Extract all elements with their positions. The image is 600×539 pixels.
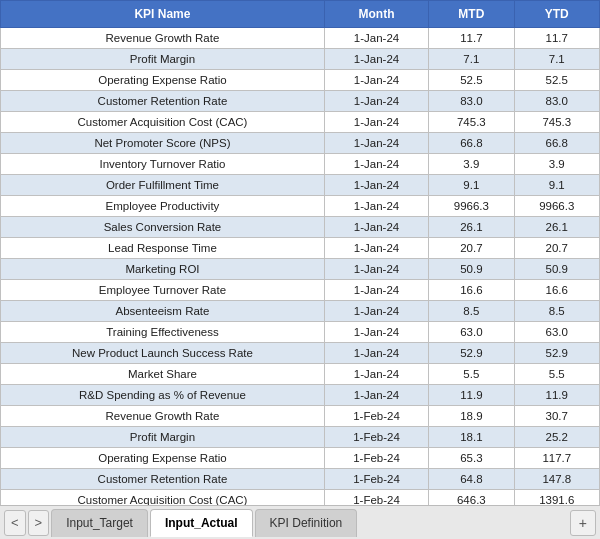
cell-ytd: 30.7	[514, 406, 599, 427]
cell-month: 1-Jan-24	[324, 49, 428, 70]
table-row: Sales Conversion Rate1-Jan-2426.126.1	[1, 217, 600, 238]
cell-name: Marketing ROI	[1, 259, 325, 280]
cell-mtd: 9.1	[429, 175, 514, 196]
table-row: Customer Acquisition Cost (CAC)1-Jan-247…	[1, 112, 600, 133]
cell-month: 1-Jan-24	[324, 133, 428, 154]
cell-name: Market Share	[1, 364, 325, 385]
cell-month: 1-Jan-24	[324, 322, 428, 343]
cell-mtd: 9966.3	[429, 196, 514, 217]
table-row: Order Fulfillment Time1-Jan-249.19.1	[1, 175, 600, 196]
cell-ytd: 16.6	[514, 280, 599, 301]
tab-kpi-definition[interactable]: KPI Definition	[255, 509, 358, 537]
cell-ytd: 83.0	[514, 91, 599, 112]
cell-name: Operating Expense Ratio	[1, 70, 325, 91]
table-row: Lead Response Time1-Jan-2420.720.7	[1, 238, 600, 259]
cell-name: Net Promoter Score (NPS)	[1, 133, 325, 154]
tab-bar: < > Input_Target Input_Actual KPI Defini…	[0, 505, 600, 539]
table-row: Employee Turnover Rate1-Jan-2416.616.6	[1, 280, 600, 301]
tab-input-actual[interactable]: Input_Actual	[150, 509, 253, 537]
table-row: Customer Retention Rate1-Feb-2464.8147.8	[1, 469, 600, 490]
cell-month: 1-Jan-24	[324, 364, 428, 385]
cell-ytd: 52.5	[514, 70, 599, 91]
cell-ytd: 8.5	[514, 301, 599, 322]
cell-month: 1-Jan-24	[324, 238, 428, 259]
col-ytd: YTD	[514, 1, 599, 28]
table-row: Profit Margin1-Jan-247.17.1	[1, 49, 600, 70]
cell-mtd: 52.5	[429, 70, 514, 91]
cell-month: 1-Jan-24	[324, 175, 428, 196]
cell-month: 1-Feb-24	[324, 448, 428, 469]
table-row: Revenue Growth Rate1-Feb-2418.930.7	[1, 406, 600, 427]
cell-month: 1-Feb-24	[324, 406, 428, 427]
cell-name: Absenteeism Rate	[1, 301, 325, 322]
table-row: Inventory Turnover Ratio1-Jan-243.93.9	[1, 154, 600, 175]
cell-name: R&D Spending as % of Revenue	[1, 385, 325, 406]
cell-mtd: 65.3	[429, 448, 514, 469]
table-row: Net Promoter Score (NPS)1-Jan-2466.866.8	[1, 133, 600, 154]
cell-ytd: 26.1	[514, 217, 599, 238]
table-container[interactable]: KPI Name Month MTD YTD Revenue Growth Ra…	[0, 0, 600, 505]
cell-mtd: 50.9	[429, 259, 514, 280]
table-row: Training Effectiveness1-Jan-2463.063.0	[1, 322, 600, 343]
cell-mtd: 64.8	[429, 469, 514, 490]
cell-name: Operating Expense Ratio	[1, 448, 325, 469]
cell-ytd: 7.1	[514, 49, 599, 70]
cell-month: 1-Jan-24	[324, 343, 428, 364]
cell-month: 1-Jan-24	[324, 112, 428, 133]
cell-ytd: 9.1	[514, 175, 599, 196]
cell-ytd: 117.7	[514, 448, 599, 469]
cell-ytd: 52.9	[514, 343, 599, 364]
cell-mtd: 8.5	[429, 301, 514, 322]
col-month: Month	[324, 1, 428, 28]
cell-name: Revenue Growth Rate	[1, 406, 325, 427]
cell-name: Customer Acquisition Cost (CAC)	[1, 112, 325, 133]
cell-name: New Product Launch Success Rate	[1, 343, 325, 364]
cell-ytd: 1391.6	[514, 490, 599, 506]
tab-next-button[interactable]: >	[28, 510, 50, 536]
cell-mtd: 11.7	[429, 28, 514, 49]
cell-month: 1-Feb-24	[324, 427, 428, 448]
cell-month: 1-Feb-24	[324, 469, 428, 490]
cell-mtd: 5.5	[429, 364, 514, 385]
cell-mtd: 7.1	[429, 49, 514, 70]
cell-mtd: 26.1	[429, 217, 514, 238]
cell-month: 1-Jan-24	[324, 385, 428, 406]
tab-add-button[interactable]: +	[570, 510, 596, 536]
cell-name: Training Effectiveness	[1, 322, 325, 343]
cell-mtd: 18.9	[429, 406, 514, 427]
tab-input-target[interactable]: Input_Target	[51, 509, 148, 537]
table-header-row: KPI Name Month MTD YTD	[1, 1, 600, 28]
cell-month: 1-Jan-24	[324, 91, 428, 112]
cell-name: Profit Margin	[1, 49, 325, 70]
col-mtd: MTD	[429, 1, 514, 28]
cell-mtd: 745.3	[429, 112, 514, 133]
cell-mtd: 3.9	[429, 154, 514, 175]
table-row: Absenteeism Rate1-Jan-248.58.5	[1, 301, 600, 322]
cell-name: Employee Productivity	[1, 196, 325, 217]
cell-month: 1-Feb-24	[324, 490, 428, 506]
cell-mtd: 646.3	[429, 490, 514, 506]
table-row: Profit Margin1-Feb-2418.125.2	[1, 427, 600, 448]
cell-ytd: 20.7	[514, 238, 599, 259]
cell-mtd: 18.1	[429, 427, 514, 448]
cell-ytd: 11.7	[514, 28, 599, 49]
cell-ytd: 3.9	[514, 154, 599, 175]
cell-name: Revenue Growth Rate	[1, 28, 325, 49]
cell-mtd: 11.9	[429, 385, 514, 406]
cell-month: 1-Jan-24	[324, 280, 428, 301]
table-row: Customer Acquisition Cost (CAC)1-Feb-246…	[1, 490, 600, 506]
cell-month: 1-Jan-24	[324, 28, 428, 49]
cell-ytd: 66.8	[514, 133, 599, 154]
table-row: Operating Expense Ratio1-Feb-2465.3117.7	[1, 448, 600, 469]
tab-prev-button[interactable]: <	[4, 510, 26, 536]
table-row: Customer Retention Rate1-Jan-2483.083.0	[1, 91, 600, 112]
table-row: Revenue Growth Rate1-Jan-2411.711.7	[1, 28, 600, 49]
table-row: R&D Spending as % of Revenue1-Jan-2411.9…	[1, 385, 600, 406]
cell-name: Customer Acquisition Cost (CAC)	[1, 490, 325, 506]
cell-mtd: 16.6	[429, 280, 514, 301]
cell-name: Inventory Turnover Ratio	[1, 154, 325, 175]
cell-ytd: 745.3	[514, 112, 599, 133]
table-body: Revenue Growth Rate1-Jan-2411.711.7Profi…	[1, 28, 600, 506]
table-row: Marketing ROI1-Jan-2450.950.9	[1, 259, 600, 280]
cell-mtd: 63.0	[429, 322, 514, 343]
